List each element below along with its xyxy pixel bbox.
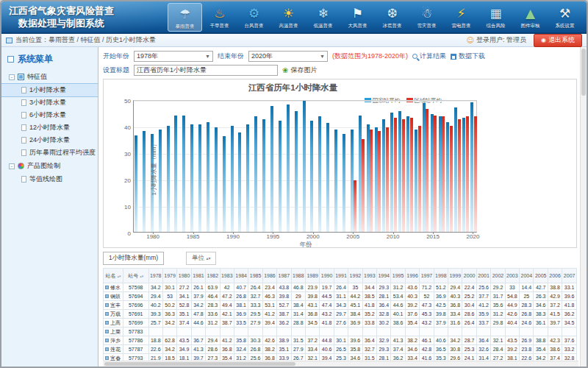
col-year-1981[interactable]: 1981	[191, 269, 205, 283]
col-station[interactable]: 站名 ▴▾	[104, 269, 123, 283]
expander-icon[interactable]: -	[9, 163, 15, 169]
horizontal-scrollbar[interactable]	[103, 361, 578, 367]
expander-icon[interactable]: -	[9, 74, 15, 80]
cell-value: 44.8	[320, 336, 334, 345]
col-year-1993[interactable]: 1993	[362, 269, 376, 283]
tree-group-palette[interactable]: -产品图绘制	[1, 159, 98, 173]
col-year-2004[interactable]: 2004	[520, 269, 534, 283]
toolbar-item-risk-calc[interactable]: ▦综合风险	[478, 3, 513, 32]
cell-value: 36.4	[476, 336, 490, 345]
vscroll-thumb[interactable]	[581, 49, 586, 96]
col-year-1996[interactable]: 1996	[405, 269, 419, 283]
tree-item[interactable]: 1小时降水量	[1, 84, 98, 96]
col-year-1989[interactable]: 1989	[305, 269, 319, 283]
col-id[interactable]: 站号 ▴▾	[123, 269, 148, 283]
start-year-label: 开始年份	[103, 52, 129, 61]
cell-value	[277, 328, 291, 336]
hscroll-thumb[interactable]	[104, 362, 295, 366]
toolbar-item-snow[interactable]: ☃雪灾普查	[409, 3, 444, 32]
toolbar-item-map-review[interactable]: ▲图件审核	[513, 3, 548, 32]
toolbar-item-heat[interactable]: ☀高温普查	[271, 3, 306, 32]
tree-item[interactable]: 12小时降水量	[1, 121, 98, 134]
col-year-1985[interactable]: 1985	[248, 269, 262, 283]
cell-value: 42.7	[534, 283, 548, 292]
col-year-2002[interactable]: 2002	[491, 269, 505, 283]
col-year-2006[interactable]: 2006	[548, 269, 562, 283]
cell-value: 38.4	[291, 301, 305, 310]
save-image-button[interactable]: ❀ 保存图片	[282, 66, 317, 75]
main-toolbar: ☂暴雨普查♨干旱普查⚙台风普查☀高温普查❄低温普查⚑大风普查❆冰雹普查☃雪灾普查…	[168, 3, 582, 32]
col-year-1994[interactable]: 1994	[377, 269, 391, 283]
col-year-2000[interactable]: 2000	[462, 269, 476, 283]
cell-value: 27.6	[334, 319, 348, 328]
table-row-57696[interactable]: 宜丰5769640.250.252.834.228.349.438.133.35…	[104, 301, 577, 310]
exit-system-button[interactable]: ◉ 退出系统	[534, 34, 582, 47]
col-year-1999[interactable]: 1999	[448, 269, 462, 283]
col-year-1983[interactable]: 1983	[220, 269, 234, 283]
col-year-1987[interactable]: 1987	[277, 269, 291, 283]
col-year-1992[interactable]: 1992	[348, 269, 362, 283]
col-year-1995[interactable]: 1995	[391, 269, 405, 283]
cell-value: 32.6	[476, 345, 490, 354]
risk-calc-icon: ▦	[479, 4, 512, 22]
tree-item[interactable]: 等值线绘图	[1, 173, 98, 185]
bar-国家站平均-2012	[406, 116, 409, 232]
chart-title-input[interactable]	[134, 65, 278, 76]
toolbar-item-wind[interactable]: ⚑大风普查	[340, 3, 375, 32]
col-year-1984[interactable]: 1984	[234, 269, 248, 283]
tree-item[interactable]: 历年暴雨过程平均强度	[1, 146, 98, 159]
hail-icon: ❆	[376, 4, 409, 22]
col-year-1978[interactable]: 1978	[148, 269, 162, 283]
col-year-2007[interactable]: 2007	[562, 269, 577, 283]
bar-区域站平均-2019	[466, 116, 469, 232]
unit-dropdown[interactable]: 单位 ▴▾	[186, 252, 216, 265]
cell-value: 35.8	[234, 336, 248, 345]
table-row-57694[interactable]: 铜鼓5769429.45334.137.946.447.226.832.746.…	[104, 292, 577, 301]
document-icon	[21, 149, 26, 156]
toolbar-item-drought[interactable]: ♨干旱普查	[202, 3, 237, 32]
cell-value: 22.6	[148, 345, 162, 354]
table-row-57598[interactable]: 修水5759834.230.127.226.163.94240.726.423.…	[104, 283, 577, 292]
cell-value: 28.8	[291, 319, 305, 328]
tree-item[interactable]: 6小时降水量	[1, 109, 98, 121]
app-title-line2: 数据处理与制图系统	[9, 17, 114, 29]
col-year-2003[interactable]: 2003	[505, 269, 519, 283]
toolbar-item-settings[interactable]: ⚒系统设置	[548, 3, 582, 32]
chart-plot: 0102030405019801985199019952000200520102…	[133, 100, 477, 233]
col-year-1979[interactable]: 1979	[162, 269, 176, 283]
start-year-select[interactable]: 1978年▼	[134, 51, 213, 62]
tree-item[interactable]: 3小时降水量	[1, 96, 98, 109]
col-year-1990[interactable]: 1990	[320, 269, 334, 283]
col-year-1991[interactable]: 1991	[334, 269, 348, 283]
data-download-button[interactable]: 数据下载	[451, 52, 485, 61]
col-year-1988[interactable]: 1988	[291, 269, 305, 283]
toolbar-item-rainstorm[interactable]: ☂暴雨普查	[168, 3, 202, 32]
col-year-2001[interactable]: 2001	[476, 269, 490, 283]
end-year-select[interactable]: 2020年▼	[248, 51, 328, 62]
toolbar-item-label: 低温普查	[308, 22, 338, 29]
table-row-57786[interactable]: 萍乡5778618.862.843.536.729.441.235.830.34…	[104, 336, 577, 345]
cell-value	[206, 328, 220, 336]
col-year-1986[interactable]: 1986	[262, 269, 276, 283]
col-year-1980[interactable]: 1980	[177, 269, 191, 283]
toolbar-item-typhoon[interactable]: ⚙台风普查	[237, 3, 271, 32]
table-row-57787[interactable]: 莲花5778722.634.234.941.328.636.832.426.83…	[104, 345, 577, 354]
col-year-1997[interactable]: 1997	[420, 269, 434, 283]
table-row-57691[interactable]: 万载5769139.336.335.147.833.642.136.929.54…	[104, 310, 577, 319]
dataset-tab-button[interactable]: 1小时降水量(mm)	[103, 252, 164, 265]
tree-group-grid[interactable]: -特征值	[1, 70, 98, 84]
toolbar-item-hail[interactable]: ❆冰雹普查	[375, 3, 409, 32]
calc-result-button[interactable]: 计算结果	[412, 52, 446, 61]
col-year-2005[interactable]: 2005	[534, 269, 548, 283]
col-year-1998[interactable]: 1998	[434, 269, 448, 283]
table-row-57783[interactable]: 上栗57783	[104, 328, 577, 336]
table-row-57699[interactable]: 上高5769925.734.237.444.631.238.733.527.93…	[104, 319, 577, 328]
toolbar-item-lightning[interactable]: ⚡雷电普查	[444, 3, 478, 32]
tree-item[interactable]: 24小时降水量	[1, 134, 98, 146]
toolbar-item-cold[interactable]: ❄低温普查	[306, 3, 340, 32]
vertical-scrollbar[interactable]	[580, 47, 587, 367]
cell-value	[462, 328, 476, 336]
col-year-1982[interactable]: 1982	[206, 269, 220, 283]
cell-value: 31.2	[206, 319, 220, 328]
station-id: 57699	[123, 319, 148, 328]
